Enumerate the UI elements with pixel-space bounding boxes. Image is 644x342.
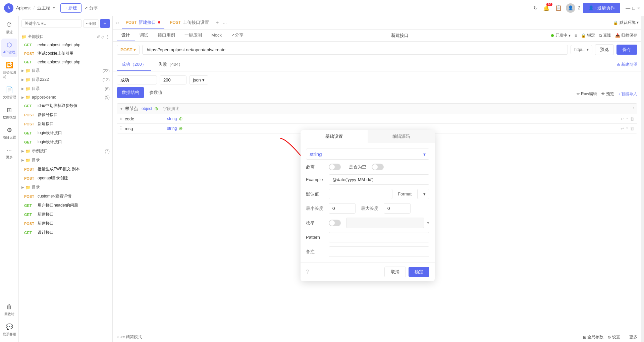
folder-item[interactable]: ▶ 📁 apipost-demo (9) — [19, 93, 112, 101]
field-delete-icon[interactable]: 🗑 — [630, 116, 634, 121]
field-delete-icon[interactable]: 🗑 — [630, 126, 634, 131]
tab-next[interactable]: › — [117, 20, 119, 25]
add-api-button[interactable]: + — [100, 19, 110, 28]
format-select[interactable]: json ▾ — [189, 75, 208, 84]
env-selector[interactable]: 默认环境 ▾ — [620, 20, 639, 25]
field-type[interactable]: string — [167, 116, 177, 121]
share-button[interactable]: ↗ 分享 — [84, 5, 98, 11]
help-icon[interactable]: ? — [306, 269, 309, 275]
close-button[interactable]: × — [637, 5, 640, 11]
root-caret-icon[interactable]: ▼ — [120, 107, 123, 111]
workspace-caret[interactable]: ▾ — [53, 6, 55, 10]
folder-item[interactable]: ▶ 📁 示例接口 (7) — [19, 147, 112, 156]
sidebar-item-more[interactable]: ··· 更多 — [1, 144, 17, 162]
http-select[interactable]: http/... ▾ — [571, 45, 592, 54]
sub-tab-examples[interactable]: 接口用例 — [153, 30, 180, 41]
tab-prev[interactable]: ‹ — [115, 20, 117, 25]
field-type[interactable]: string — [167, 126, 177, 131]
response-name-input[interactable] — [117, 75, 157, 84]
url-input[interactable] — [142, 45, 568, 55]
response-tab-success[interactable]: 成功（200） — [117, 58, 151, 71]
sub-tab-debug[interactable]: 调试 — [135, 30, 153, 41]
list-item[interactable]: GET 设计接口 — [19, 228, 112, 237]
new-button[interactable]: + 新建 — [60, 3, 82, 13]
list-item[interactable]: POST 新建接口 — [19, 219, 112, 228]
modal-tab-basic[interactable]: 基础设置 — [301, 130, 368, 143]
simplify-button[interactable]: « «« 精简模式 — [117, 334, 142, 340]
sidebar-item-data-model[interactable]: ⊞ 数据模型 — [1, 104, 17, 122]
example-input[interactable] — [329, 174, 429, 185]
archive-action[interactable]: 📥 归档保存 — [615, 33, 637, 38]
root-add-icon[interactable]: ⊕ — [154, 106, 158, 111]
refresh-small-icon[interactable]: ↺ — [97, 35, 100, 39]
status-action[interactable]: 开发中 ▾ — [551, 33, 571, 38]
refresh-button[interactable]: ↻ — [532, 3, 539, 12]
field-revert-icon[interactable]: ↩ — [621, 116, 624, 121]
response-tab-failure[interactable]: 失败（404） — [154, 58, 188, 71]
more-small-icon[interactable]: ⋮ — [106, 35, 110, 39]
list-item[interactable]: GET 用户接口header的问题 — [19, 201, 112, 210]
modal-tab-source[interactable]: 编辑源码 — [368, 130, 435, 143]
lock-action[interactable]: 🔒 锁定 — [581, 33, 595, 38]
drag-handle[interactable]: ⠿ — [120, 116, 123, 121]
invite-button[interactable]: 👤+ 邀请协作 — [583, 3, 620, 13]
list-item[interactable]: POST 新建接口 — [19, 119, 112, 128]
sidebar-item-support[interactable]: 💬 联系客服 — [1, 321, 17, 339]
preview-button[interactable]: 预览 — [595, 44, 614, 55]
nullable-toggle[interactable] — [372, 164, 384, 170]
sidebar-item-api[interactable]: ⬡ API管理 — [1, 39, 17, 57]
required-toggle[interactable] — [329, 164, 341, 170]
tab-add-button[interactable]: + — [214, 20, 220, 26]
preview-action[interactable]: 👁 预览 — [601, 91, 614, 97]
field-star-icon[interactable]: * — [626, 116, 628, 121]
default-input[interactable] — [329, 189, 392, 199]
tab-upload-api[interactable]: POST 上传接口设置 — [166, 16, 213, 29]
notification-button[interactable]: 🔔 20 — [542, 3, 551, 12]
folder-item[interactable]: ▶ 📁 目录 — [19, 156, 112, 165]
sub-tab-design[interactable]: 设计 — [117, 30, 135, 41]
field-add-icon[interactable]: ⊕ — [179, 116, 183, 121]
list-item[interactable]: POST 影像号接口 — [19, 110, 112, 119]
folder-item[interactable]: ▶ 📁 目录 — [19, 183, 112, 192]
data-tab-structure[interactable]: 数据结构 — [117, 87, 144, 98]
list-item[interactable]: GET login设计接口 — [19, 137, 112, 147]
list-item[interactable]: POST customer-查看详情 — [19, 192, 112, 201]
folder-item[interactable]: ▶ 📁 目录 (22) — [19, 66, 112, 75]
list-item[interactable]: GET echo.apipost.cn/get.php — [19, 58, 112, 66]
folder-item[interactable]: ▶ 📁 目录 (6) — [19, 84, 112, 93]
settings-action[interactable]: ⚙ 设置 — [607, 334, 620, 340]
minimize-button[interactable]: — — [626, 5, 630, 11]
cancel-button[interactable]: 取消 — [384, 267, 406, 277]
minlength-input[interactable] — [329, 203, 356, 214]
field-revert-icon[interactable]: ↩ — [621, 126, 624, 131]
sub-tab-share[interactable]: ↗ 分享 — [226, 30, 248, 41]
type-select[interactable]: string ▾ — [306, 149, 429, 160]
filter-button[interactable]: • 全部 — [83, 19, 99, 28]
note-input[interactable] — [329, 246, 429, 257]
right-scrollbar[interactable] — [641, 16, 644, 342]
enum-caret[interactable]: ▾ — [427, 220, 429, 225]
drag-handle[interactable]: ⠿ — [120, 126, 123, 131]
enum-input[interactable] — [346, 218, 424, 228]
list-item[interactable]: POST 测试cookie上传引用 — [19, 49, 112, 58]
search-input[interactable] — [21, 19, 82, 27]
list-item[interactable]: GET echo.apipost.cn/get.php — [19, 41, 112, 49]
sidebar-item-automation[interactable]: 🔁 自动化测试 — [1, 59, 17, 82]
new-expectation-button[interactable]: ⊕ 新建期望 — [617, 62, 637, 67]
sub-tab-mock[interactable]: Mock — [207, 30, 226, 41]
list-item[interactable]: GET login设计接口 — [19, 128, 112, 137]
tab-more-button[interactable]: ··· — [221, 20, 228, 25]
folder-item[interactable]: ▶ 📁 目录2222 (12) — [19, 75, 112, 84]
raw-edit-action[interactable]: ✏ Raw编辑 — [577, 91, 597, 97]
confirm-button[interactable]: 确定 — [409, 267, 429, 277]
user-avatar[interactable]: 👤 — [566, 3, 575, 13]
enum-toggle[interactable] — [329, 220, 341, 226]
maximize-button[interactable]: □ — [632, 5, 635, 11]
method-select[interactable]: POST ▾ — [117, 45, 140, 55]
sidebar-item-trash[interactable]: 🗑 回收站 — [1, 301, 17, 319]
more-actions[interactable]: — 更多 — [624, 334, 637, 340]
docs-button[interactable]: 📋 — [554, 3, 563, 12]
list-item[interactable]: POST 批量生成FWB报文 副本 — [19, 165, 112, 174]
field-star-icon[interactable]: * — [626, 126, 628, 131]
sidebar-item-recent[interactable]: ⏱ 最近 — [1, 19, 17, 37]
